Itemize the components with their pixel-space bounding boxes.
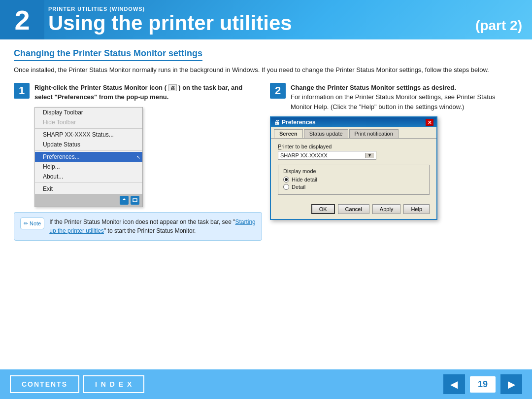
column-2: 2 Change the Printer Status Monitor sett…	[270, 83, 518, 241]
ctx-preferences: Preferences... ↖	[35, 152, 142, 162]
contents-button[interactable]: CONTENTS	[10, 375, 79, 393]
prefs-display-mode-text: Display mode	[283, 168, 316, 174]
prefs-tab-print-notification[interactable]: Print notification	[349, 129, 399, 138]
next-page-button[interactable]: ▶	[500, 374, 522, 394]
step-1-text-bold: Right-click the Printer Status Monitor i…	[34, 84, 242, 101]
step-2-number: 2	[270, 83, 286, 99]
note-pencil-icon: ✏	[24, 219, 28, 228]
prefs-radio-detail-circle	[283, 184, 289, 190]
step-2-box: 2 Change the Printer Status Monitor sett…	[270, 83, 518, 112]
prefs-printer-label-text: P	[278, 144, 281, 149]
prefs-help-button[interactable]: Help	[403, 204, 430, 214]
prefs-printer-value: SHARP XX-XXXXX	[280, 152, 328, 158]
ctx-exit: Exit	[35, 184, 142, 194]
prefs-close-button[interactable]: ✕	[426, 119, 433, 126]
prefs-title-left: 🖨 Preferences	[274, 119, 316, 126]
prefs-radio-detail[interactable]: Detail	[283, 184, 424, 190]
prefs-radio-hide-detail-label: Hide detail	[292, 177, 317, 182]
prefs-cancel-button[interactable]: Cancel	[338, 204, 369, 214]
prefs-display-mode-label: Display mode	[283, 168, 424, 174]
preferences-dialog-screenshot: 🖨 Preferences ✕ Screen Status update Pri…	[270, 116, 437, 220]
prefs-title: Preferences	[282, 119, 316, 126]
page-footer: CONTENTS I N D E X ◀ 19 ▶	[0, 369, 532, 399]
prev-arrow-icon: ◀	[450, 378, 458, 390]
prev-page-button[interactable]: ◀	[443, 374, 465, 394]
prefs-apply-button[interactable]: Apply	[372, 204, 401, 214]
prefs-radio-hide-detail[interactable]: Hide detail	[283, 177, 424, 182]
step-1-box: 1 Right-click the Printer Status Monitor…	[14, 83, 262, 102]
step-1-text: Right-click the Printer Status Monitor i…	[34, 83, 262, 102]
ctx-separator-2	[35, 150, 142, 151]
note-label: Note	[30, 219, 41, 228]
page-header: 2 PRINTER UTILITIES (WINDOWS) Using the …	[0, 0, 532, 39]
page-number: 19	[470, 376, 496, 393]
printer-icon-inline: 🖨	[168, 84, 177, 91]
ctx-hide-toolbar: Hide Toolbar	[35, 117, 142, 127]
ctx-display-toolbar: Display Toolbar	[35, 108, 142, 117]
svg-rect-1	[133, 199, 137, 202]
footer-nav-buttons: CONTENTS I N D E X	[10, 375, 144, 393]
step-2-text-normal: For information on the Printer Status Mo…	[291, 93, 495, 110]
note-icon: ✏ Note	[20, 218, 44, 230]
prefs-titlebar: 🖨 Preferences ✕	[271, 117, 436, 127]
step-1-number: 1	[14, 83, 30, 99]
ctx-help: Help...	[35, 162, 142, 172]
note-box: ✏ Note If the Printer Status Monitor ico…	[14, 212, 262, 241]
footer-pagination: ◀ 19 ▶	[443, 374, 522, 394]
prefs-body: Printer to be displayed SHARP XX-XXXXX ▼…	[271, 139, 436, 219]
note-text: If the Printer Status Monitor icon does …	[49, 218, 256, 235]
chapter-number: 2	[0, 0, 44, 39]
ctx-separator-1	[35, 128, 142, 129]
prefs-icon: 🖨	[274, 119, 280, 126]
next-arrow-icon: ▶	[508, 378, 515, 390]
ctx-separator-3	[35, 182, 142, 183]
header-text-block: PRINTER UTILITIES (WINDOWS) Using the pr…	[44, 0, 466, 39]
prefs-printer-label: Printer to be displayed	[278, 144, 430, 149]
ctx-update: Update Status	[35, 140, 142, 149]
prefs-printer-dropdown[interactable]: SHARP XX-XXXXX ▼	[278, 151, 376, 160]
prefs-dropdown-arrow: ▼	[365, 153, 374, 158]
note-text-1: If the Printer Status Monitor icon does …	[49, 218, 235, 225]
svg-marker-0	[122, 198, 126, 200]
column-1: 1 Right-click the Printer Status Monitor…	[14, 83, 262, 241]
two-column-layout: 1 Right-click the Printer Status Monitor…	[14, 83, 518, 241]
step-2-text-bold: Change the Printer Status Monitor settin…	[291, 84, 456, 91]
prefs-tab-screen[interactable]: Screen	[274, 129, 303, 138]
note-text-2: " to start the Printer Status Monitor.	[104, 227, 196, 234]
header-part: (part 2)	[466, 0, 532, 39]
prefs-radio-hide-detail-circle	[283, 177, 289, 182]
prefs-buttons: OK Cancel Apply Help	[278, 200, 430, 214]
main-content: Changing the Printer Status Monitor sett…	[0, 39, 532, 241]
prefs-tab-status-update[interactable]: Status update	[304, 129, 348, 138]
step-2-text: Change the Printer Status Monitor settin…	[291, 83, 518, 112]
intro-paragraph: Once installed, the Printer Status Monit…	[14, 65, 518, 75]
header-title: Using the printer utilities	[48, 13, 466, 34]
prefs-radio-detail-label: Detail	[292, 184, 305, 190]
index-button[interactable]: I N D E X	[83, 375, 144, 393]
prefs-display-mode-group: Display mode Hide detail Detail	[278, 165, 430, 195]
section-heading: Changing the Printer Status Monitor sett…	[14, 48, 202, 61]
prefs-tabs: Screen Status update Print notification	[271, 127, 436, 139]
ctx-status: SHARP XX-XXXX Status...	[35, 130, 142, 140]
prefs-ok-button[interactable]: OK	[311, 204, 335, 214]
context-menu-screenshot: Display Toolbar Hide Toolbar SHARP XX-XX…	[34, 107, 143, 207]
ctx-about: About...	[35, 172, 142, 181]
